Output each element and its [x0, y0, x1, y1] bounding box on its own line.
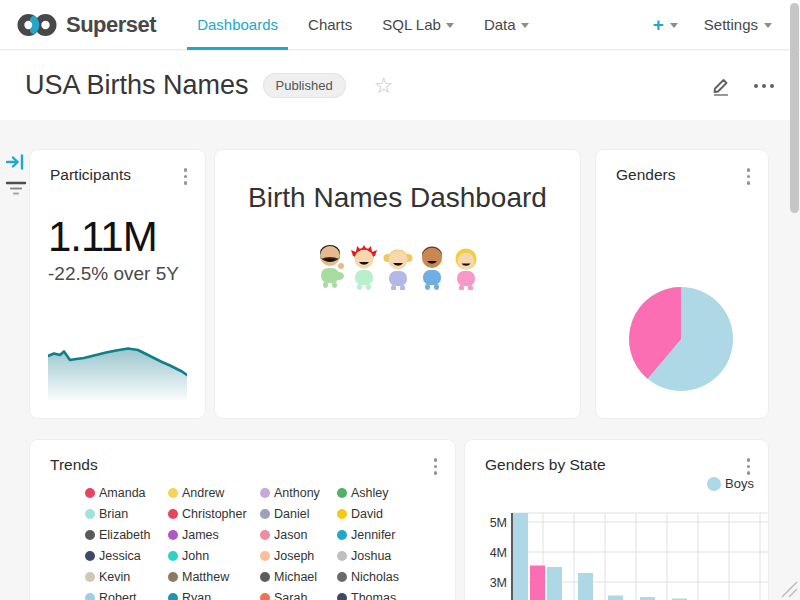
- bar-girls-1: [530, 566, 545, 600]
- legend-item-jason[interactable]: Jason: [260, 528, 337, 542]
- legend-item-jennifer[interactable]: Jennifer: [337, 528, 432, 542]
- new-item-button[interactable]: +: [653, 15, 678, 34]
- genders-card: Genders: [596, 150, 768, 418]
- settings-menu[interactable]: Settings: [704, 16, 772, 33]
- legend-item-nicholas[interactable]: Nicholas: [337, 570, 432, 584]
- star-icon[interactable]: ☆: [374, 75, 394, 97]
- scrollbar-thumb[interactable]: [790, 3, 799, 213]
- legend-dot: [260, 488, 270, 498]
- caret-down-icon: [764, 23, 772, 28]
- svg-text:4M: 4M: [490, 546, 507, 560]
- legend-dot: [168, 593, 178, 600]
- dashboard-header: USA Births Names Published ☆: [0, 51, 800, 120]
- nav-item-sql-lab[interactable]: SQL Lab: [372, 0, 464, 50]
- genders-by-state-bar-chart: 5M4M3M: [465, 440, 768, 600]
- legend-dot: [260, 530, 270, 540]
- legend-item-michael[interactable]: Michael: [260, 570, 337, 584]
- legend-dot: [337, 572, 347, 582]
- legend-item-jessica[interactable]: Jessica: [85, 549, 168, 563]
- legend-item-robert[interactable]: Robert: [85, 591, 168, 600]
- filter-icon[interactable]: [5, 180, 27, 196]
- legend-item-amanda[interactable]: Amanda: [85, 486, 168, 500]
- published-badge[interactable]: Published: [263, 73, 346, 98]
- bar-boys-0: [513, 513, 528, 600]
- card-title: Genders: [616, 166, 675, 184]
- legend-item-james[interactable]: James: [168, 528, 260, 542]
- svg-text:5M: 5M: [490, 516, 507, 530]
- legend-dot: [168, 488, 178, 498]
- legend-item-john[interactable]: John: [168, 549, 260, 563]
- participants-sparkline-chart: [48, 338, 187, 400]
- legend-dot: [85, 572, 95, 582]
- legend-item-matthew[interactable]: Matthew: [168, 570, 260, 584]
- caret-down-icon: [521, 23, 529, 28]
- svg-text:3M: 3M: [490, 576, 507, 590]
- legend-dot: [168, 551, 178, 561]
- nav-item-data[interactable]: Data: [474, 0, 539, 50]
- legend-dot: [85, 530, 95, 540]
- caret-down-icon: [670, 23, 678, 28]
- legend-dot: [168, 572, 178, 582]
- legend-dot: [337, 551, 347, 561]
- legend-dot: [260, 572, 270, 582]
- legend-item-christopher[interactable]: Christopher: [168, 507, 260, 521]
- trends-legend: AmandaAndrewAnthonyAshleyBrianChristophe…: [85, 486, 432, 600]
- expand-filter-bar-icon[interactable]: [6, 153, 26, 171]
- legend-dot: [260, 509, 270, 519]
- legend-dot: [168, 530, 178, 540]
- edit-pencil-icon[interactable]: [710, 75, 732, 97]
- legend-item-joshua[interactable]: Joshua: [337, 549, 432, 563]
- nav-item-charts[interactable]: Charts: [298, 0, 362, 50]
- plus-icon: +: [653, 15, 664, 34]
- superset-infinity-icon: [16, 10, 58, 40]
- legend-dot: [85, 551, 95, 561]
- genders-by-state-card: Genders by State Boys 5M4M3M: [465, 440, 768, 600]
- kebab-menu-icon[interactable]: [432, 456, 440, 477]
- legend-item-kevin[interactable]: Kevin: [85, 570, 168, 584]
- big-number-subheader: -22.5% over 5Y: [48, 263, 205, 285]
- resize-handle-icon[interactable]: [781, 581, 798, 598]
- legend-item-daniel[interactable]: Daniel: [260, 507, 337, 521]
- bar-boys-2: [547, 567, 562, 600]
- legend-item-andrew[interactable]: Andrew: [168, 486, 260, 500]
- legend-item-ashley[interactable]: Ashley: [337, 486, 432, 500]
- genders-pie-chart: [596, 187, 768, 417]
- dashboard-canvas: Participants 1.11M -22.5% over 5Y Birth …: [0, 120, 800, 600]
- legend-dot: [337, 488, 347, 498]
- legend-item-sarah[interactable]: Sarah: [260, 591, 337, 600]
- legend-item-brian[interactable]: Brian: [85, 507, 168, 521]
- participants-card: Participants 1.11M -22.5% over 5Y: [30, 150, 205, 418]
- legend-item-david[interactable]: David: [337, 507, 432, 521]
- legend-dot: [260, 593, 270, 600]
- legend-dot: [85, 488, 95, 498]
- kebab-menu-icon[interactable]: [745, 166, 753, 187]
- caret-down-icon: [446, 23, 454, 28]
- page-title: USA Births Names: [25, 70, 249, 101]
- bar-boys-3: [578, 573, 593, 600]
- legend-item-joseph[interactable]: Joseph: [260, 549, 337, 563]
- legend-item-ryan[interactable]: Ryan: [168, 591, 260, 600]
- brand-text: Superset: [66, 12, 156, 38]
- legend-dot: [337, 530, 347, 540]
- legend-dot: [85, 593, 95, 600]
- dashboard-heading: Birth Names Dashboard: [215, 182, 580, 214]
- big-number-value: 1.11M: [48, 215, 205, 259]
- legend-item-anthony[interactable]: Anthony: [260, 486, 337, 500]
- card-title: Trends: [50, 456, 98, 474]
- kebab-menu-icon[interactable]: [182, 166, 190, 187]
- kids-illustration: [313, 242, 483, 290]
- nav-item-dashboards[interactable]: Dashboards: [187, 0, 288, 50]
- bar-boys-4: [608, 596, 623, 600]
- legend-item-thomas[interactable]: Thomas: [337, 591, 432, 600]
- markdown-header-card: Birth Names Dashboard: [215, 150, 580, 418]
- legend-dot: [85, 509, 95, 519]
- trends-card: Trends AmandaAndrewAnthonyAshleyBrianChr…: [30, 440, 455, 600]
- legend-dot: [260, 551, 270, 561]
- legend-dot: [168, 509, 178, 519]
- superset-logo[interactable]: Superset: [0, 10, 156, 40]
- ellipsis-menu-icon[interactable]: [754, 84, 774, 88]
- top-navbar: Superset Dashboards Charts SQL Lab Data …: [0, 0, 800, 50]
- legend-dot: [337, 593, 347, 600]
- legend-dot: [337, 509, 347, 519]
- legend-item-elizabeth[interactable]: Elizabeth: [85, 528, 168, 542]
